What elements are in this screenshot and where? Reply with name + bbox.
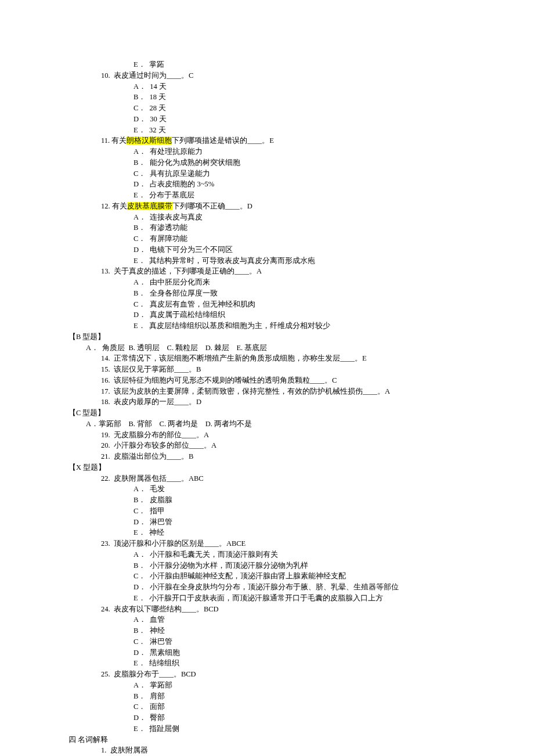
q12-suffix: 下列哪项不正确____。D xyxy=(172,202,252,210)
section-b-options: A． 角质层 B. 透明层 C. 颗粒层 D. 棘层 E. 基底层 xyxy=(86,343,466,354)
section-b-heading: 【B 型题】 xyxy=(68,332,466,343)
q12-highlight: 皮肤基底膜带 xyxy=(127,202,172,210)
q11-opt-d: D． 占表皮细胞的 3~5% xyxy=(134,179,466,190)
q24-opt-a: A． 血管 xyxy=(134,614,466,625)
q14: 14. 正常情况下，该层细胞不断增殖产生新的角质形成细胞，亦称生发层____。E xyxy=(101,353,466,364)
q12-opt-e: E． 其结构异常时，可导致表皮与真皮分离而形成水疱 xyxy=(134,255,466,267)
q22-opt-e: E． 神经 xyxy=(134,527,466,538)
q10: 10. 表皮通过时间为____。C xyxy=(101,70,466,81)
q11-highlight: 朗格汉斯细胞 xyxy=(127,136,172,145)
q16: 16. 该层特征为细胞内可见形态不规则的嗜碱性的透明角质颗粒____。C xyxy=(101,375,466,386)
q10-opt-a: A． 14 天 xyxy=(134,81,466,92)
q11-opt-c: C． 具有抗原呈递能力 xyxy=(134,168,466,179)
q13-opt-a: A． 由中胚层分化而来 xyxy=(134,277,466,288)
q11-opt-b: B． 能分化为成熟的树突状细胞 xyxy=(134,157,466,168)
q25-opt-b: B． 肩部 xyxy=(134,691,466,702)
q17: 17. 该层为皮肤的主要屏障，柔韧而致密，保持完整性，有效的防护机械性损伤___… xyxy=(101,386,466,397)
q25: 25. 皮脂腺分布于____。BCD xyxy=(101,669,466,680)
q12: 12. 有关皮肤基底膜带下列哪项不正确____。D xyxy=(101,201,466,212)
q12-opt-c: C． 有屏障功能 xyxy=(134,233,466,244)
q13-opt-e: E． 真皮层结缔组织以基质和细胞为主，纤维成分相对较少 xyxy=(134,321,466,332)
q24-opt-e: E． 结缔组织 xyxy=(134,658,466,669)
q13-opt-b: B． 全身各部位厚度一致 xyxy=(134,288,466,299)
q24-opt-c: C． 淋巴管 xyxy=(134,636,466,647)
q25-opt-e: E． 指趾屈侧 xyxy=(134,723,466,735)
q24-opt-b: B． 神经 xyxy=(134,625,466,636)
section-c-heading: 【C 型题】 xyxy=(68,408,466,419)
q12-prefix: 12. 有关 xyxy=(101,202,127,210)
q22: 22. 皮肤附属器包括____。ABC xyxy=(101,473,466,484)
q13-opt-c: C． 真皮层有血管，但无神经和肌肉 xyxy=(134,299,466,310)
q10-opt-e: E． 32 天 xyxy=(134,125,466,136)
q11-opt-e: E． 分布于基底层 xyxy=(134,190,466,201)
q22-opt-a: A． 毛发 xyxy=(134,484,466,495)
q18: 18. 表皮内最厚的一层____。D xyxy=(101,397,466,408)
q12-opt-d: D． 电镜下可分为三个不同区 xyxy=(134,244,466,255)
q19: 19. 无皮脂腺分布的部位____。A xyxy=(101,430,466,441)
q22-opt-c: C． 指甲 xyxy=(134,506,466,517)
q25-opt-a: A． 掌跖部 xyxy=(134,680,466,691)
q23-opt-a: A． 小汗腺和毛囊无关，而顶泌汗腺则有关 xyxy=(134,549,466,560)
q10-opt-c: C． 28 天 xyxy=(134,103,466,114)
term-1: 1. 皮肤附属器 xyxy=(101,745,466,756)
q11: 11. 有关朗格汉斯细胞下列哪项描述是错误的____。E xyxy=(101,135,466,146)
q12-opt-a: A． 连接表皮与真皮 xyxy=(134,212,466,223)
q25-opt-d: D． 臀部 xyxy=(134,712,466,723)
q11-suffix: 下列哪项描述是错误的____。E xyxy=(172,136,274,145)
q24: 24. 表皮有以下哪些结构____。BCD xyxy=(101,604,466,615)
q21: 21. 皮脂溢出部位为____。B xyxy=(101,451,466,462)
q20: 20. 小汗腺分布较多的部位____。A xyxy=(101,440,466,451)
q22-opt-d: D． 淋巴管 xyxy=(134,517,466,528)
q23: 23. 顶泌汗腺和小汗腺的区别是____。ABCE xyxy=(101,538,466,549)
section-c-options: A．掌跖部 B. 背部 C. 两者均是 D. 两者均不是 xyxy=(86,419,466,430)
q22-opt-b: B． 皮脂腺 xyxy=(134,495,466,506)
q10-opt-b: B． 18 天 xyxy=(134,92,466,103)
q9-opt-e: E． 掌跖 xyxy=(134,59,466,70)
q23-opt-b: B． 小汗腺分泌物为水样，而顶泌汗腺分泌物为乳样 xyxy=(134,560,466,571)
q11-opt-a: A． 有处理抗原能力 xyxy=(134,146,466,157)
q23-opt-d: D． 小汗腺在全身皮肤均匀分布，顶泌汗腺分布于腋、脐、乳晕、生殖器等部位 xyxy=(134,582,466,593)
section-x-heading: 【X 型题】 xyxy=(68,462,466,473)
q11-prefix: 11. 有关 xyxy=(101,136,127,145)
section-4-heading: 四 名词解释 xyxy=(68,735,466,746)
q13-opt-d: D． 真皮属于疏松结缔组织 xyxy=(134,309,466,321)
q12-opt-b: B． 有渗透功能 xyxy=(134,222,466,233)
q13: 13. 关于真皮的描述，下列哪项是正确的____。A xyxy=(101,266,466,277)
q15: 15. 该层仅见于掌跖部____。B xyxy=(101,364,466,375)
q23-opt-c: C． 小汗腺由胆碱能神经支配，顶泌汗腺由肾上腺素能神经支配 xyxy=(134,571,466,582)
q23-opt-e: E． 小汗腺开口于皮肤表面，而顶泌汗腺通常开口于毛囊的皮脂腺入口上方 xyxy=(134,593,466,604)
q24-opt-d: D． 黑素细胞 xyxy=(134,647,466,658)
q10-opt-d: D． 30 天 xyxy=(134,114,466,125)
q25-opt-c: C． 面部 xyxy=(134,701,466,712)
